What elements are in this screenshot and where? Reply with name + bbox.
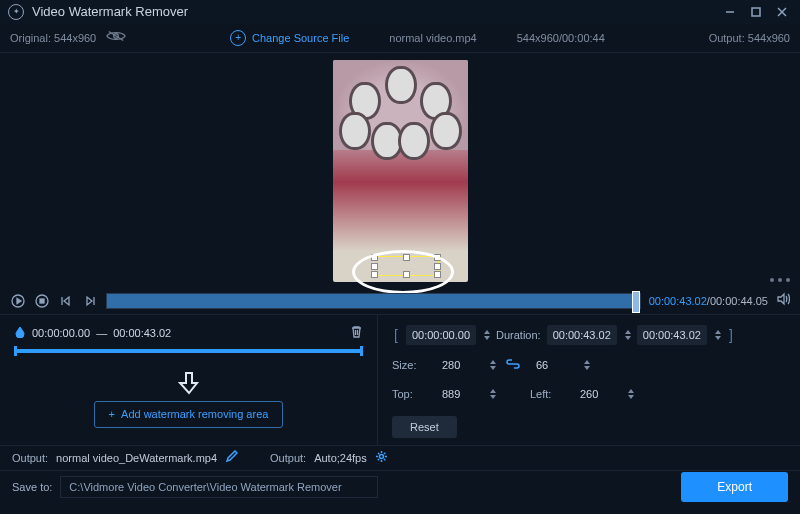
output-format-label: Output: bbox=[270, 451, 306, 465]
width-field[interactable]: 280 bbox=[436, 355, 496, 375]
change-source-button[interactable]: + Change Source File bbox=[230, 30, 349, 46]
app-logo-icon: ✦ bbox=[8, 4, 24, 20]
timeline-thumb[interactable] bbox=[632, 291, 640, 313]
delete-segment-button[interactable] bbox=[350, 325, 363, 341]
timecode: 00:00:43.02/00:00:44.05 bbox=[649, 294, 768, 308]
frame-back-button[interactable] bbox=[58, 293, 74, 309]
export-button[interactable]: Export bbox=[681, 472, 788, 502]
segment-dash: — bbox=[96, 326, 107, 340]
plus-icon: + bbox=[109, 407, 115, 421]
svg-rect-4 bbox=[40, 299, 44, 303]
close-button[interactable] bbox=[772, 2, 792, 22]
bracket-left-icon[interactable]: [ bbox=[392, 326, 400, 344]
top-field[interactable]: 889 bbox=[436, 384, 496, 404]
frame-forward-button[interactable] bbox=[82, 293, 98, 309]
stop-button[interactable] bbox=[34, 293, 50, 309]
save-path-field[interactable]: C:\Vidmore Video Converter\Video Waterma… bbox=[60, 476, 378, 498]
output-settings-button[interactable] bbox=[375, 450, 388, 466]
left-label: Left: bbox=[530, 387, 564, 401]
reset-button[interactable]: Reset bbox=[392, 416, 457, 438]
output-resolution: 544x960 bbox=[748, 31, 790, 45]
change-source-label: Change Source File bbox=[252, 31, 349, 45]
droplet-icon bbox=[14, 326, 26, 341]
svg-point-5 bbox=[379, 454, 383, 458]
arrow-down-icon bbox=[178, 371, 200, 395]
minimize-button[interactable] bbox=[720, 2, 740, 22]
segments-panel: 00:00:00.00 — 00:00:43.02 + Add watermar… bbox=[0, 315, 378, 445]
title-bar: ✦ Video Watermark Remover bbox=[0, 0, 800, 24]
more-options-icon[interactable] bbox=[770, 278, 790, 282]
original-label: Original: bbox=[10, 31, 51, 45]
add-watermark-area-button[interactable]: + Add watermark removing area bbox=[94, 401, 284, 427]
file-info-label: 544x960/00:00:44 bbox=[517, 31, 605, 45]
bracket-right-icon[interactable]: ] bbox=[727, 326, 735, 344]
top-label: Top: bbox=[392, 387, 426, 401]
timeline-slider[interactable] bbox=[106, 293, 641, 309]
video-frame bbox=[333, 60, 468, 282]
output-filename: normal video_DeWatermark.mp4 bbox=[56, 451, 217, 465]
range-end-stepper[interactable] bbox=[715, 330, 721, 340]
preview-toggle-icon[interactable] bbox=[106, 30, 126, 45]
volume-icon[interactable] bbox=[776, 292, 790, 311]
range-end-field[interactable]: 00:00:43.02 bbox=[637, 325, 707, 345]
duration-field[interactable]: 00:00:43.02 bbox=[547, 325, 617, 345]
duration-label: Duration: bbox=[496, 328, 541, 342]
original-resolution: 544x960 bbox=[54, 31, 96, 45]
properties-panel: [ 00:00:00.00 Duration:00:00:43.02 00:00… bbox=[378, 315, 800, 445]
plus-circle-icon: + bbox=[230, 30, 246, 46]
filename-label: normal video.mp4 bbox=[389, 31, 476, 45]
watermark-selection-box[interactable] bbox=[373, 256, 439, 276]
app-title: Video Watermark Remover bbox=[32, 4, 188, 21]
playback-bar: 00:00:43.02/00:00:44.05 bbox=[0, 288, 800, 314]
duration-stepper[interactable] bbox=[625, 330, 631, 340]
total-time: 00:00:44.05 bbox=[710, 295, 768, 307]
output-res-label: Output: bbox=[709, 31, 745, 45]
video-preview[interactable] bbox=[0, 53, 800, 288]
size-label: Size: bbox=[392, 358, 426, 372]
range-start-field[interactable]: 00:00:00.00 bbox=[406, 325, 476, 345]
left-field[interactable]: 260 bbox=[574, 384, 634, 404]
save-row: Save to: C:\Vidmore Video Converter\Vide… bbox=[0, 470, 800, 503]
svg-rect-0 bbox=[752, 8, 760, 16]
output-format-value: Auto;24fps bbox=[314, 451, 367, 465]
segment-start: 00:00:00.00 bbox=[32, 326, 90, 340]
output-row: Output: normal video_DeWatermark.mp4 Out… bbox=[0, 446, 800, 470]
save-to-label: Save to: bbox=[12, 480, 52, 494]
header-bar: Original: 544x960 + Change Source File n… bbox=[0, 24, 800, 53]
range-start-stepper[interactable] bbox=[484, 330, 490, 340]
link-icon[interactable] bbox=[506, 358, 520, 372]
maximize-button[interactable] bbox=[746, 2, 766, 22]
segment-end: 00:00:43.02 bbox=[113, 326, 171, 340]
height-field[interactable]: 66 bbox=[530, 355, 590, 375]
play-button[interactable] bbox=[10, 293, 26, 309]
edit-filename-button[interactable] bbox=[225, 450, 238, 466]
segment-range-slider[interactable] bbox=[14, 349, 363, 353]
current-time: 00:00:43.02 bbox=[649, 295, 707, 307]
output-file-label: Output: bbox=[12, 451, 48, 465]
add-area-label: Add watermark removing area bbox=[121, 407, 268, 421]
